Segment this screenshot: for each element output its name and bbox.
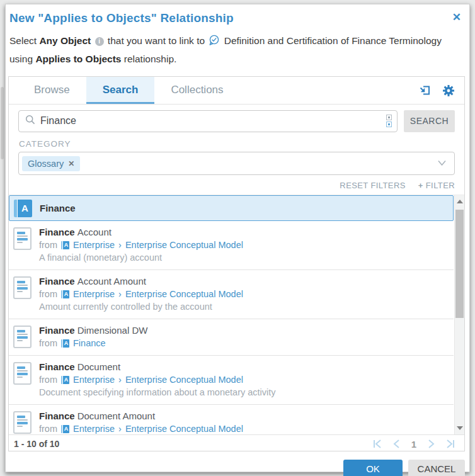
result-title: FinanceAccount Amount [39, 275, 243, 288]
tab-browse[interactable]: Browse [18, 77, 86, 104]
result-description: Amount currently controlled by the accou… [39, 300, 243, 313]
domain-icon: A [61, 376, 69, 384]
breadcrumb-separator: › [118, 239, 122, 251]
result-row-selected[interactable]: A Finance [9, 195, 454, 221]
search-icon [25, 115, 35, 127]
result-row[interactable]: FinanceDocument from A Enterprise › Ente… [9, 356, 454, 405]
result-breadcrumb: from A Finance [39, 337, 147, 349]
breadcrumb-link[interactable]: Enterprise [73, 239, 115, 251]
intro-text: Select [9, 35, 39, 46]
ok-button[interactable]: OK [343, 460, 403, 476]
domain-icon: A [61, 339, 69, 348]
term-document-icon [13, 326, 31, 348]
next-page-icon[interactable] [426, 439, 436, 449]
breadcrumb-link[interactable]: Enterprise Conceptual Model [125, 373, 243, 386]
result-row[interactable]: FinanceAccount from A Enterprise › Enter… [9, 221, 454, 270]
close-icon[interactable]: ✕ [452, 11, 461, 24]
domain-icon: A [61, 425, 69, 433]
gear-icon[interactable] [442, 84, 455, 97]
result-title: FinanceAccount [39, 226, 243, 239]
dialog-instructions: Select Any Object i that you want to lin… [6, 28, 469, 74]
breadcrumb-separator: › [118, 288, 122, 300]
breadcrumb-link[interactable]: Enterprise Conceptual Model [125, 422, 243, 434]
scrollbar-thumb[interactable] [455, 210, 464, 318]
intro-text: using [9, 54, 35, 64]
result-description: Document specifying information about a … [39, 386, 276, 399]
result-title: Finance [40, 202, 76, 215]
chip-remove-icon[interactable]: ✕ [68, 159, 74, 168]
relation-type-label: Applies to Objects [35, 54, 121, 64]
tabbar-icons [418, 77, 464, 104]
scroll-up-icon[interactable] [457, 200, 463, 203]
intro-text: that you want to link to [105, 35, 208, 46]
result-title: FinanceDimensional DW [39, 324, 147, 337]
from-label: from [39, 337, 57, 349]
from-label: from [39, 288, 57, 300]
glossary-icon: A [14, 200, 32, 217]
dialog-footer: OK CANCEL [6, 451, 469, 476]
tab-search[interactable]: Search [86, 77, 155, 104]
breadcrumb-link[interactable]: Enterprise [73, 373, 115, 386]
from-label: from [39, 422, 57, 434]
pagination-bar: 1 - 10 of 10 1 [9, 434, 464, 453]
result-breadcrumb: from A Enterprise › Enterprise Conceptua… [39, 288, 243, 300]
tab-collections[interactable]: Collections [154, 77, 239, 104]
pager-controls: 1 [372, 439, 455, 450]
category-chip: Glossary ✕ [22, 156, 80, 171]
result-row[interactable]: FinanceDocument Amount from A Enterprise… [9, 405, 454, 433]
picker-panel: Browse Search Collections SEARCH CATEGOR… [8, 76, 465, 451]
result-row[interactable]: FinanceDimensional DW from A Finance [9, 319, 454, 356]
result-title: FinanceDocument [39, 361, 276, 373]
term-document-icon [13, 227, 31, 250]
target-asset-name: Definition and Certification of Finance … [221, 35, 442, 46]
current-page-number: 1 [411, 439, 416, 450]
search-row: SEARCH [9, 105, 464, 137]
last-page-icon[interactable] [445, 439, 455, 449]
reset-filters-link[interactable]: RESET FILTERS [340, 181, 405, 190]
background-scrollbar [1, 87, 4, 159]
category-select[interactable]: Glossary ✕ [18, 152, 455, 175]
dialog-title: New "Applies to Objects" Relationship [9, 11, 234, 25]
tab-bar: Browse Search Collections [9, 77, 464, 105]
cancel-button[interactable]: CANCEL [408, 460, 465, 476]
breadcrumb-link[interactable]: Enterprise Conceptual Model [125, 288, 243, 300]
domain-icon: A [61, 241, 69, 249]
term-document-icon [13, 411, 31, 434]
prev-page-icon[interactable] [392, 439, 402, 449]
result-breadcrumb: from A Enterprise › Enterprise Conceptua… [39, 239, 243, 251]
info-icon[interactable]: i [95, 37, 104, 46]
import-selection-icon[interactable] [418, 84, 432, 97]
any-object-label: Any Object [39, 35, 91, 46]
new-relationship-dialog: New "Applies to Objects" Relationship ✕ … [5, 4, 470, 472]
breadcrumb-link[interactable]: Enterprise [73, 288, 115, 300]
breadcrumb-link[interactable]: Enterprise Conceptual Model [125, 239, 243, 251]
dialog-header: New "Applies to Objects" Relationship ✕ [6, 4, 469, 28]
first-page-icon[interactable] [372, 439, 382, 449]
chip-label: Glossary [28, 159, 64, 169]
result-range-label: 1 - 10 of 10 [14, 439, 59, 449]
domain-icon: A [61, 290, 69, 298]
add-filter-label: FILTER [426, 181, 455, 190]
result-title: FinanceDocument Amount [39, 410, 243, 422]
from-label: from [39, 373, 57, 386]
asset-status-icon [209, 35, 220, 51]
search-input[interactable] [35, 115, 386, 127]
result-breadcrumb: from A Enterprise › Enterprise Conceptua… [39, 422, 243, 434]
keyboard-nav-icon[interactable] [386, 115, 392, 127]
result-description: A financial (monetary) account [39, 251, 243, 264]
term-document-icon [13, 362, 31, 385]
add-filter-link[interactable]: + FILTER [418, 181, 455, 190]
search-button[interactable]: SEARCH [404, 110, 455, 132]
chevron-down-icon[interactable] [437, 158, 447, 169]
scroll-down-icon[interactable] [457, 426, 463, 430]
from-label: from [39, 239, 57, 251]
breadcrumb-link[interactable]: Enterprise [73, 422, 115, 434]
breadcrumb-separator: › [118, 422, 122, 434]
list-scrollbar[interactable] [454, 195, 464, 434]
category-label: CATEGORY [9, 137, 464, 152]
intro-text: relationship. [121, 54, 176, 64]
term-document-icon [13, 276, 31, 299]
result-row[interactable]: FinanceAccount Amount from A Enterprise … [9, 270, 454, 319]
breadcrumb-link[interactable]: Finance [73, 337, 106, 349]
result-breadcrumb: from A Enterprise › Enterprise Conceptua… [39, 373, 276, 386]
